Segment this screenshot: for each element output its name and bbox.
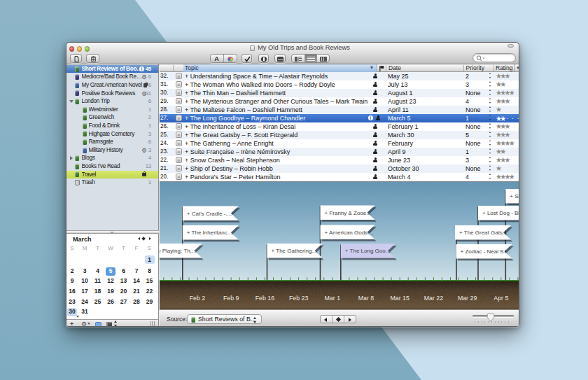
svg-text:Feb 16: Feb 16 <box>255 294 274 301</box>
svg-text:Feb 9: Feb 9 <box>223 294 239 301</box>
svg-text:Mar 15: Mar 15 <box>391 294 410 301</box>
svg-text:Mar 8: Mar 8 <box>358 294 374 301</box>
svg-text:Mar 29: Mar 29 <box>458 294 477 301</box>
svg-text:Feb 23: Feb 23 <box>289 294 308 301</box>
svg-text:Mar 1: Mar 1 <box>325 294 341 301</box>
svg-text:Apr 5: Apr 5 <box>493 294 508 301</box>
svg-text:Mar 22: Mar 22 <box>424 294 443 301</box>
svg-text:Feb 2: Feb 2 <box>190 294 206 301</box>
